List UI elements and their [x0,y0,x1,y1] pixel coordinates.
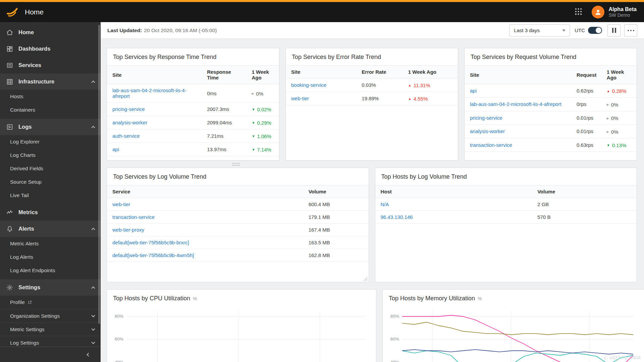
sidebar-item-live-tail[interactable]: Live Tail [0,189,101,202]
trend-indicator: 0% [607,102,619,108]
metric-value: 179.1 MB [303,211,369,224]
trend-indicator: 4.55% [408,96,428,102]
sidebar-item-services[interactable]: Services [0,57,101,73]
infrastructure-icon [6,78,13,85]
trend-indicator: 0.13% [607,142,626,148]
metric-value: 0.03% [356,78,403,92]
service-link[interactable]: default[web-tier-75f56b5c9b-4wm5h] [112,252,194,258]
sidebar-item-dashboards[interactable]: Dashboards [0,41,101,57]
service-link[interactable]: transaction-service [470,142,512,148]
service-link[interactable]: web-tier [112,201,130,207]
card-resize-grip[interactable] [363,277,368,281]
sidebar-item-label: Alerts [18,226,34,232]
cpu-utilization-card: Top Hosts by CPU Utilization % 40%60%80% [107,289,376,362]
sidebar-item-log-alert-endpoints[interactable]: Log Alert Endpoints [0,264,101,277]
bell-icon [6,225,13,233]
service-link[interactable]: default[web-tier-75f56b5c9b-brxrc] [112,240,189,245]
response-time-card: Top Services by Response Time Trend Site… [107,48,279,161]
sidebar-item-metric-alerts[interactable]: Metric Alerts [0,237,101,250]
service-link[interactable]: pricing-service [470,115,502,121]
sidebar-item-log-explorer[interactable]: Log Explorer [0,135,101,148]
metric-value: 7.21ms [202,129,246,143]
sidebar-item-label: Infrastructure [18,78,54,85]
time-range-select[interactable]: Last 3 days [509,24,570,37]
service-link[interactable]: lab-aus-sam-04-2-microsoft-iis-4-afrepor… [112,87,186,99]
memory-utilization-chart: 40%60%80% [383,307,644,362]
sidebar-item-label: Log Alerts [10,254,33,260]
trend-indicator: 0.29% [252,120,271,126]
svg-text:60%: 60% [390,337,399,342]
sidebar-item-organization-settings[interactable]: Organization Settings [0,309,101,322]
table-row: default[web-tier-75f56b5c9b-4wm5h] 162.8… [107,249,369,262]
sidebar-item-profile[interactable]: Profile [0,296,101,309]
last-updated-value: 20 Oct 2020, 09:16 AM (-05:00) [144,27,217,34]
sidebar-item-log-alerts[interactable]: Log Alerts [0,250,101,264]
metric-value: 2099.04ms [202,116,246,129]
table-row: api 13.97ms 7.14% [107,143,279,156]
sidebar-item-source-setup[interactable]: Source Setup [0,175,101,189]
table-row: api 0.62rps 0.28% [465,84,637,98]
chevron-down-icon[interactable] [91,327,95,330]
sidebar-item-metric-settings[interactable]: Metric Settings [0,322,101,336]
chevron-up-icon[interactable] [91,80,95,84]
service-link[interactable]: transaction-service [112,214,155,220]
service-link[interactable]: api [470,88,477,94]
external-link-icon [28,300,32,304]
metric-value: 162.8 MB [303,249,369,262]
chevron-up-icon[interactable] [91,286,95,290]
solarwinds-logo-icon[interactable] [5,5,19,19]
table-row: lab-aus-sam-04-2-microsoft-iis-4-afrepor… [107,84,279,103]
sidebar-item-containers[interactable]: Containers [0,103,101,117]
sidebar-item-label: Metrics [18,209,38,216]
sidebar-item-home[interactable]: Home [0,24,101,41]
service-link[interactable]: pricing-service [112,106,145,112]
trend-indicator: 7.14% [252,147,271,153]
service-link[interactable]: api [112,146,119,152]
table-row: default[web-tier-75f56b5c9b-brxrc] 163.5… [107,236,369,249]
trend-indicator: 0.28% [607,88,626,94]
sidebar-item-label: Dashboards [18,46,50,52]
sidebar-item-log-charts[interactable]: Log Charts [0,148,101,162]
service-link[interactable]: web-tier-proxy [112,227,144,233]
sidebar-item-metrics[interactable]: Metrics [0,204,101,221]
pause-icon [612,28,616,33]
service-link[interactable]: analysis-worker [470,128,505,134]
chevron-down-icon[interactable] [91,313,95,317]
chevron-up-icon[interactable] [91,126,95,129]
user-org: SW Demo [608,12,637,18]
more-options-button[interactable] [624,24,637,37]
sidebar-scrollbar[interactable] [98,25,100,324]
widget-drag-handle[interactable] [232,163,240,166]
chevron-down-icon[interactable] [91,340,95,344]
card-title: Top Hosts by Memory Utilization [389,295,475,302]
service-link[interactable]: web-tier [291,96,309,101]
trend-arrow-icon [408,83,412,87]
sidebar-item-derived-fields[interactable]: Derived Fields [0,162,101,175]
sidebar-section-settings[interactable]: Settings [0,279,101,296]
sidebar-item-label: Settings [18,284,40,291]
error-rate-table: Site Error Rate 1 Week Ago booking-servi… [286,65,458,105]
sidebar-item-hosts[interactable]: Hosts [0,90,101,103]
host-link[interactable]: 96.43.130.146 [381,214,413,220]
sidebar-section-logs[interactable]: Logs [0,119,101,135]
utc-toggle[interactable] [588,27,602,34]
sidebar-section-alerts[interactable]: Alerts [0,221,101,237]
utc-label: UTC [575,27,585,33]
metric-value: 167.4 MB [303,224,369,236]
service-link[interactable]: auth-service [112,133,140,139]
sidebar-collapse-button[interactable] [0,347,101,362]
host-link[interactable]: N/A [381,201,389,207]
pause-refresh-button[interactable] [607,24,621,37]
user-avatar[interactable] [592,6,604,18]
card-title: Top Services by Response Time Trend [113,54,216,61]
home-icon [6,29,13,36]
service-link[interactable]: booking-service [291,82,326,88]
column-header: Host [375,185,532,198]
sidebar-section-infrastructure[interactable]: Infrastructure [0,73,101,90]
service-link[interactable]: analysis-worker [112,120,147,125]
table-row: analysis-worker 0.01rps 0% [465,125,637,138]
chevron-up-icon[interactable] [91,228,95,231]
service-link[interactable]: lab-aus-sam-04-2-microsoft-iis-4-afrepor… [470,101,561,107]
app-switcher-icon[interactable] [575,8,582,17]
main-content: Last Updated: 20 Oct 2020, 09:16 AM (-05… [101,22,644,362]
